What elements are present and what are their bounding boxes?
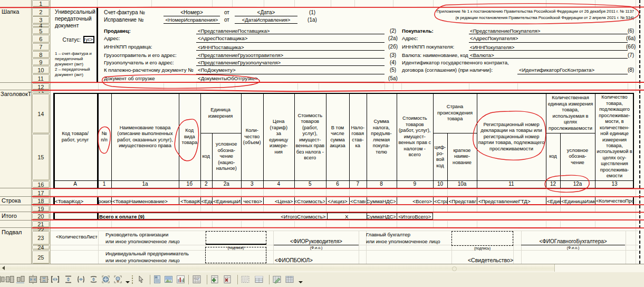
- svg-text:A:: A:: [156, 276, 158, 279]
